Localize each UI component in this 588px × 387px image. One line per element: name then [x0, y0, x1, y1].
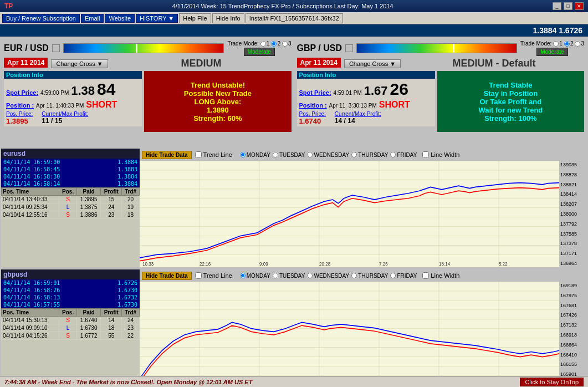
- line-width-checkbox-eur[interactable]: [422, 151, 429, 158]
- line-width-checkbox-gbp[interactable]: [422, 272, 429, 279]
- eurusd-pos-row-2: 04/10/14 12:55:16 S 1.3886 23 18: [2, 211, 140, 219]
- day-thursday-gbp[interactable]: THURSDAY: [351, 273, 388, 279]
- app-logo: TP: [4, 2, 13, 10]
- gbpusd-chart-main: Hide Trade Data Trend Line MONDAY TUESDA…: [140, 269, 587, 387]
- install-button[interactable]: Install# FX1_1556357614-36fx32: [246, 13, 343, 23]
- close-button[interactable]: ✕: [575, 2, 584, 10]
- pos-price-value-gbp: 1.6740: [299, 117, 326, 125]
- trend-line-checkbox-gbp[interactable]: [195, 272, 202, 279]
- spot-price-dec-gbp: 26: [390, 80, 408, 99]
- position-value-gbp: SHORT: [379, 100, 410, 110]
- gbpusd-pos-row-2: 04/11/14 04:15:26 S 1.6772 55 22: [2, 332, 140, 340]
- day-friday-eur[interactable]: FRIDAY: [390, 152, 417, 158]
- spot-price-dec-eur: 84: [97, 80, 115, 99]
- trend-line-eur: Trend Line: [195, 151, 232, 158]
- minimize-button[interactable]: _: [553, 2, 561, 10]
- position-value-eur: SHORT: [86, 100, 117, 110]
- eurusd-date: Apr 11 2014: [4, 58, 48, 68]
- eurusd-y-labels: 139035 138828 138621 138414 138207 13800…: [559, 161, 587, 267]
- eurusd-chart-area: 10:33 22:16 9:09 20:28 7:26 18:14 5:22 1…: [140, 161, 587, 267]
- spot-price-time-gbp: 4:59:01 PM: [334, 90, 362, 96]
- change-cross-btn-eur[interactable]: Change Cross ▼: [51, 59, 108, 68]
- gbpusd-y-labels: 169189 167975 167681 167426 167132 16691…: [559, 282, 587, 387]
- day-tuesday-gbp[interactable]: TUESDAY: [273, 273, 305, 279]
- eurusd-tick-0: 04/11/14 16:59:001.3884: [1, 159, 140, 166]
- trade-mode-3-eur[interactable]: 3: [282, 40, 292, 47]
- ticker-value: 1.3884 1.6726: [533, 26, 582, 35]
- day-wednesday-gbp[interactable]: WEDNESDAY: [307, 273, 349, 279]
- status-message: 7:44:38 AM - Week End - The Market is no…: [4, 379, 252, 385]
- day-wednesday-eur[interactable]: WEDNESDAY: [307, 152, 349, 158]
- pos-price-label-eur: Pos. Price:: [6, 111, 33, 117]
- day-thursday-eur[interactable]: THURSDAY: [351, 152, 388, 158]
- stay-on-top-button[interactable]: Click to Stay OnTop: [520, 378, 584, 386]
- day-radios-eur: MONDAY TUESDAY WEDNESDAY THURSDAY FRIDAY…: [240, 151, 460, 158]
- help-file-button[interactable]: Help File: [179, 13, 211, 23]
- line-width-eur: Line Width: [422, 151, 459, 158]
- eurusd-tick-1: 04/11/14 16:58:451.3883: [1, 166, 140, 173]
- pos-profit-value-eur: 11 / 15: [42, 117, 88, 125]
- moderate-btn-eur[interactable]: Moderate: [244, 48, 275, 56]
- eurusd-medium: MEDIUM: [111, 58, 292, 69]
- gbpusd-tick-2: 04/11/14 16:58:131.6732: [1, 294, 140, 301]
- eurusd-chart-toolbar: Hide Trade Data Trend Line MONDAY TUESDA…: [140, 149, 587, 161]
- window-controls: _ □ ✕: [553, 2, 584, 10]
- eurusd-pair-label: EUR / USD: [4, 43, 49, 53]
- pos-price-label-gbp: Pos. Price:: [299, 111, 326, 117]
- day-tuesday-eur[interactable]: TUESDAY: [273, 152, 305, 158]
- hide-trade-btn-gbp[interactable]: Hide Trade Data: [142, 272, 192, 280]
- trend-line-checkbox-eur[interactable]: [195, 151, 202, 158]
- change-cross-btn-gbp[interactable]: Change Cross ▼: [344, 59, 401, 68]
- trade-mode-1-gbp[interactable]: 1: [553, 40, 563, 47]
- trade-mode-2-eur[interactable]: 2: [271, 40, 280, 47]
- day-monday-gbp[interactable]: MONDAY: [240, 273, 270, 279]
- hide-trade-btn-eur[interactable]: Hide Trade Data: [142, 151, 192, 159]
- trade-mode-2-gbp[interactable]: 2: [564, 40, 574, 47]
- maximize-button[interactable]: □: [564, 2, 572, 10]
- spot-price-label-gbp: Spot Price:: [299, 89, 331, 96]
- menu-bar: Buy / Renew Subscription Email Website H…: [0, 12, 588, 24]
- hide-info-button[interactable]: Hide Info: [212, 13, 244, 23]
- spot-price-label-eur: Spot Price:: [6, 89, 38, 96]
- website-button[interactable]: Website: [105, 14, 135, 23]
- day-monday-eur[interactable]: MONDAY: [240, 152, 270, 158]
- gbpusd-pos-row-1: 04/11/14 09:09:10 L 1.6730 18 23: [2, 324, 140, 332]
- title-bar: TP 4/11/2014 Week: 15 TrendProphecy FX-P…: [0, 0, 588, 12]
- svg-text:5:22: 5:22: [499, 261, 508, 267]
- email-button[interactable]: Email: [81, 14, 104, 23]
- eurusd-pos-row-0: 04/11/14 13:40:33 S 1.3895 15 20: [2, 196, 140, 203]
- trend-line-label-gbp: Trend Line: [203, 272, 232, 279]
- trend-line-gbp: Trend Line: [195, 272, 232, 279]
- eurusd-positions-table: Pos. Time Pos. Paid Profit Trd# 04/11/14…: [1, 187, 140, 267]
- gbpusd-chart-toolbar: Hide Trade Data Trend Line MONDAY TUESDA…: [140, 269, 587, 282]
- spot-price-int-gbp: 1.67: [364, 84, 388, 98]
- gbpusd-tick-3: 04/11/14 16:57:551.6730: [1, 301, 140, 308]
- position-time-eur: Apr 11. 1:40:33 PM: [36, 103, 84, 109]
- buy-subscription-button[interactable]: Buy / Renew Subscription: [2, 14, 80, 23]
- position-label-gbp: Position :: [299, 102, 327, 109]
- trend-line-label-eur: Trend Line: [203, 151, 232, 158]
- gbpusd-trend-box: Trend Stable Stay in Position Or Take Pr…: [437, 71, 584, 132]
- eurusd-position-info: Position Info Spot Price: 4:59:00 PM 1.3…: [4, 71, 142, 132]
- trade-mode-eurusd: Trade Mode: 1 2 3 Moderate: [227, 40, 291, 56]
- day-friday-gbp[interactable]: FRIDAY: [390, 273, 417, 279]
- history-button[interactable]: HISTORY ▼: [136, 14, 178, 23]
- gbpusd-chart-label: gbpusd: [1, 269, 140, 279]
- trade-mode-1-eur[interactable]: 1: [260, 40, 270, 47]
- svg-text:9:09: 9:09: [259, 261, 268, 267]
- eurusd-canvas: 10:33 22:16 9:09 20:28 7:26 18:14 5:22: [140, 161, 559, 267]
- spot-price-time-eur: 4:59:00 PM: [40, 90, 69, 96]
- gbpusd-date: Apr 11 2014: [297, 58, 341, 68]
- gbpusd-chart-section: gbpusd 04/11/14 16:59:011.6726 04/11/14 …: [0, 268, 588, 387]
- gbpusd-position-info: Position Info Spot Price: 4:59:01 PM 1.6…: [297, 71, 435, 132]
- moderate-btn-gbp[interactable]: Moderate: [536, 48, 567, 56]
- trade-mode-3-gbp[interactable]: 3: [575, 40, 584, 47]
- title-text: 4/11/2014 Week: 15 TrendProphecy FX-Pro …: [172, 3, 393, 9]
- line-width-label-eur: Line Width: [431, 151, 459, 158]
- eurusd-chart-label: eurusd: [1, 149, 140, 159]
- gbpusd-chart-svg: 9:45 21:35 8:33 19:46 7:05 18:08 6:12 16…: [140, 282, 559, 387]
- status-bar: 7:44:38 AM - Week End - The Market is no…: [0, 376, 588, 387]
- eurusd-trend-box: Trend Unstable! Possible New Trade LONG …: [144, 71, 291, 132]
- eurusd-chart-main: Hide Trade Data Trend Line MONDAY TUESDA…: [140, 149, 587, 267]
- day-radios-gbp: MONDAY TUESDAY WEDNESDAY THURSDAY FRIDAY…: [240, 272, 460, 279]
